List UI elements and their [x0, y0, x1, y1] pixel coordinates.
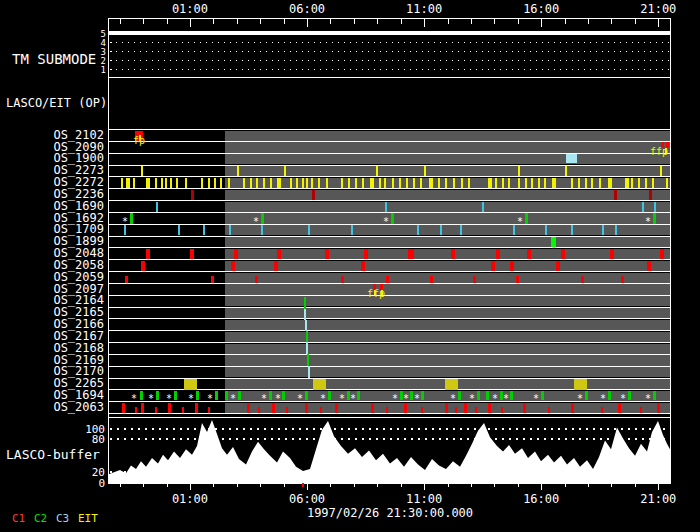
event-tick: [657, 403, 660, 413]
hour-tick-top: [518, 19, 519, 24]
spike-segment: [306, 342, 308, 354]
event-tick: [602, 225, 604, 235]
event-tick: [513, 225, 515, 235]
spike-segment: [306, 331, 308, 342]
hour-tick-bottom: [588, 484, 589, 487]
legend-item-c3: C3: [56, 512, 69, 525]
event-tick: [305, 403, 308, 413]
event-tick: [565, 166, 567, 176]
asterisk-marker: *: [230, 393, 236, 404]
event-tick: [495, 178, 497, 188]
submode-ytick-label: 1: [88, 65, 106, 75]
event-tick: [615, 225, 617, 235]
event-tick: [574, 379, 587, 390]
event-tick: [286, 407, 288, 413]
event-tick: [420, 178, 422, 188]
event-tick: [455, 407, 457, 413]
frame-line: [670, 18, 671, 484]
event-tick: [571, 178, 573, 188]
asterisk-marker: *: [392, 393, 398, 404]
event-tick: [502, 178, 504, 188]
event-label-text: ffp: [367, 288, 385, 299]
event-tick: [371, 403, 374, 413]
spike-segment: [308, 366, 310, 378]
event-tick: [305, 391, 308, 400]
row-band: [225, 249, 670, 259]
asterisk-marker: *: [261, 393, 267, 404]
asterisk-marker: *: [131, 393, 137, 404]
event-tick: [585, 178, 587, 188]
hour-tick-top: [401, 19, 402, 24]
event-tick: [461, 178, 463, 188]
hour-tick-bottom: [120, 484, 121, 487]
hour-tick-top: [237, 19, 238, 24]
row-band: [225, 154, 670, 164]
hour-tick-top: [354, 19, 355, 24]
event-tick: [208, 178, 210, 188]
time-label-top: 01:00: [165, 2, 215, 16]
hour-tick-bottom: [330, 484, 331, 487]
buffer-ytick-label: 0: [60, 477, 105, 490]
event-tick: [156, 391, 159, 400]
event-tick: [237, 166, 239, 176]
event-tick: [355, 178, 357, 188]
submode-dotted-gridline: [110, 60, 670, 61]
event-tick: [599, 178, 601, 188]
event-tick: [508, 178, 510, 188]
hour-tick-bottom: [494, 484, 495, 487]
hour-tick-bottom: [260, 484, 261, 487]
asterisk-marker: *: [166, 393, 172, 404]
frame-line: [108, 482, 670, 484]
event-tick: [464, 403, 467, 413]
event-tick: [146, 249, 150, 259]
event-tick: [326, 178, 328, 188]
event-tick: [486, 391, 489, 400]
event-tick: [571, 403, 574, 413]
event-tick: [362, 178, 364, 188]
event-tick: [203, 225, 205, 235]
event-tick: [652, 178, 654, 188]
event-tick: [313, 379, 326, 390]
row-label: OS_2063: [0, 402, 104, 413]
hour-tick-bottom: [541, 484, 542, 490]
hour-tick-top: [494, 19, 495, 24]
event-tick: [477, 391, 480, 400]
hour-tick-bottom: [284, 484, 285, 487]
asterisk-marker: *: [414, 393, 420, 404]
hour-tick-bottom: [190, 484, 191, 490]
hour-tick-bottom: [167, 484, 168, 487]
hour-tick-bottom: [448, 484, 449, 487]
asterisk-marker: *: [620, 393, 626, 404]
frame-line: [108, 18, 670, 19]
asterisk-marker: *: [148, 393, 154, 404]
time-label-top: 11:00: [399, 2, 449, 16]
hour-tick-top: [565, 19, 566, 24]
buffer-ytick-label: 80: [60, 433, 105, 446]
event-tick: [628, 391, 631, 400]
event-tick: [341, 178, 343, 188]
event-tick: [551, 237, 556, 247]
hour-tick-top: [635, 19, 636, 24]
event-tick: [277, 249, 281, 259]
event-tick: [581, 276, 584, 283]
event-tick: [364, 249, 368, 259]
time-label-top: 06:00: [282, 2, 332, 16]
event-tick: [566, 154, 577, 163]
event-tick: [290, 178, 292, 188]
event-tick: [351, 225, 353, 235]
hour-tick-top: [190, 19, 191, 27]
row-band: [225, 131, 670, 141]
hour-tick-top: [167, 19, 168, 24]
event-tick: [220, 178, 222, 188]
event-tick: [133, 178, 135, 188]
event-tick: [348, 178, 350, 188]
hour-tick-top: [611, 19, 612, 24]
asterisk-marker: *: [645, 393, 651, 404]
time-label-bottom: 16:00: [516, 492, 566, 506]
event-tick: [141, 261, 145, 271]
event-tick: [361, 261, 365, 271]
buffer-area-chart: [108, 417, 670, 482]
event-tick: [176, 178, 178, 188]
submode-dotted-gridline: [110, 51, 670, 52]
event-tick: [625, 178, 629, 188]
